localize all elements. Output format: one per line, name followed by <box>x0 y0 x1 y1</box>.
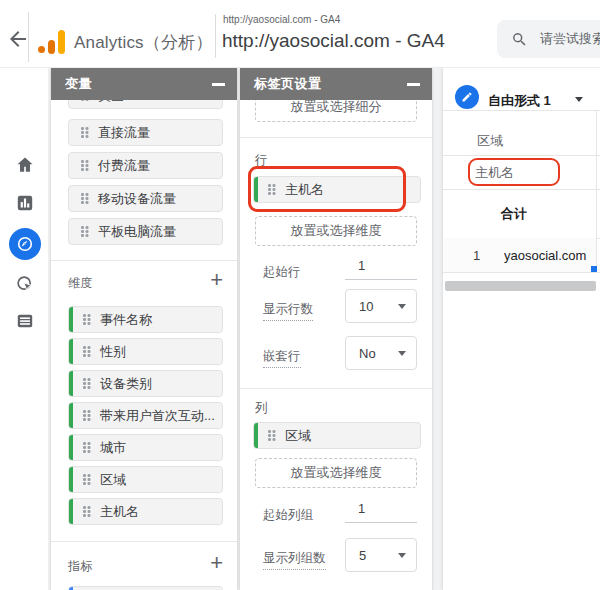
drag-handle-icon <box>83 506 90 517</box>
explore-icon[interactable] <box>9 228 41 260</box>
variables-panel-title: 变量 <box>65 75 92 93</box>
dimension-color-bar <box>254 423 258 448</box>
dimension-color-bar <box>69 435 73 460</box>
dimension-color-bar <box>69 499 73 524</box>
drag-handle-icon <box>83 442 90 453</box>
show-rows-label: 显示行数 <box>263 301 313 321</box>
rows-dimension-drop-zone[interactable]: 放置或选择维度 <box>255 216 417 246</box>
show-rows-select[interactable]: 10 <box>345 289 417 323</box>
drag-handle-icon <box>81 127 88 138</box>
segment-chip-partial[interactable]: 美国 <box>68 100 223 110</box>
rows-dimension-chip[interactable]: 主机名 <box>253 176 421 203</box>
home-icon[interactable] <box>12 152 38 178</box>
google-analytics-logo-icon <box>38 30 66 54</box>
column-dimension-header: 区域 <box>477 132 503 150</box>
drag-handle-icon <box>268 184 275 195</box>
reports-icon[interactable] <box>12 190 38 216</box>
workspace: 变量 美国 直接流量 付费流量 移动设备流量 <box>48 68 600 590</box>
report-panel: 自由形式 1 区域 主机名 合计 1 yaosocial.com <box>443 68 600 590</box>
dimension-chip[interactable]: 城市 <box>68 434 223 461</box>
totals-label: 合计 <box>501 205 527 223</box>
nested-rows-select[interactable]: No <box>345 336 417 370</box>
product-name: Analytics（分析） <box>74 31 213 54</box>
drag-handle-icon <box>268 430 275 441</box>
nav-rail <box>0 68 48 590</box>
variables-panel-header: 变量 <box>51 68 237 100</box>
variables-panel: 变量 美国 直接流量 付费流量 移动设备流量 <box>51 68 237 590</box>
dimension-color-bar <box>69 403 73 428</box>
segment-chip[interactable]: 付费流量 <box>68 152 223 179</box>
row-dimension-header: 主机名 <box>475 164 514 182</box>
drag-handle-icon <box>83 314 90 325</box>
drag-handle-icon <box>83 410 90 421</box>
table-row[interactable]: 1 yaosocial.com <box>443 238 596 272</box>
metric-chip-partial[interactable] <box>68 586 223 590</box>
edit-pencil-icon <box>455 85 479 109</box>
back-icon[interactable] <box>6 27 30 51</box>
show-columns-select[interactable]: 5 <box>345 538 417 572</box>
divider <box>240 137 432 138</box>
tab-label: 自由形式 1 <box>488 92 551 110</box>
start-row-label: 起始行 <box>263 264 301 281</box>
selection-corner-marker <box>591 266 597 272</box>
rows-section-label: 行 <box>255 152 268 169</box>
nested-rows-label: 嵌套行 <box>263 348 301 368</box>
minimize-icon[interactable] <box>407 83 420 86</box>
row-index: 1 <box>473 248 480 263</box>
divider <box>443 272 600 273</box>
search-input[interactable]: 请尝试搜索 <box>497 20 600 58</box>
chevron-down-icon <box>398 553 406 558</box>
library-icon[interactable] <box>12 308 38 334</box>
tab-settings-panel: 标签页设置 放置或选择细分 行 主机名 放置或选择维度 起始行 1 显示行数 1 <box>240 68 432 590</box>
property-switcher[interactable]: http://yaosocial.com - GA4 <box>222 30 445 52</box>
table-column-divider <box>596 110 597 272</box>
columns-section-label: 列 <box>255 400 268 417</box>
chevron-down-icon <box>575 97 583 102</box>
ga4-explore-screen: Analytics（分析） http://yaosocial.com - GA4… <box>0 0 600 590</box>
advertising-icon[interactable] <box>12 271 38 297</box>
drag-handle-icon <box>83 474 90 485</box>
drag-handle-icon <box>81 160 88 171</box>
dimension-color-bar <box>69 371 73 396</box>
dimension-chip[interactable]: 设备类别 <box>68 370 223 397</box>
metrics-section-header: 指标 + <box>68 556 223 576</box>
segment-chip[interactable]: 平板电脑流量 <box>68 218 223 245</box>
dimension-chip[interactable]: 带来用户首次互动... <box>68 402 223 429</box>
divider <box>443 155 600 156</box>
dimension-chip[interactable]: 事件名称 <box>68 306 223 333</box>
add-dimension-icon[interactable]: + <box>210 269 223 291</box>
dimension-color-bar <box>69 307 73 332</box>
dimension-color-bar <box>69 339 73 364</box>
header-divider <box>215 14 216 58</box>
columns-dimension-drop-zone[interactable]: 放置或选择维度 <box>255 458 417 488</box>
tab-freeform[interactable]: 自由形式 1 <box>443 68 600 110</box>
dimension-chip[interactable]: 主机名 <box>68 498 223 525</box>
tab-settings-panel-title: 标签页设置 <box>254 75 322 93</box>
chevron-down-icon <box>398 351 406 356</box>
divider <box>443 189 600 190</box>
segment-chip[interactable]: 移动设备流量 <box>68 185 223 212</box>
horizontal-scrollbar[interactable] <box>445 281 596 291</box>
drag-handle-icon <box>83 378 90 389</box>
add-metric-icon[interactable]: + <box>210 552 223 574</box>
dimension-chip[interactable]: 区域 <box>68 466 223 493</box>
start-row-input[interactable]: 1 <box>345 258 417 280</box>
dimension-color-bar <box>69 467 73 492</box>
show-columns-label: 显示列组数 <box>263 550 326 570</box>
start-column-input[interactable]: 1 <box>345 501 417 523</box>
segment-chip[interactable]: 直接流量 <box>68 119 223 146</box>
search-placeholder: 请尝试搜索 <box>540 30 600 48</box>
columns-dimension-chip[interactable]: 区域 <box>253 422 421 449</box>
drag-handle-icon <box>81 226 88 237</box>
search-icon <box>511 31 528 48</box>
dimension-chip[interactable]: 性别 <box>68 338 223 365</box>
dimension-color-bar <box>254 177 258 202</box>
divider <box>51 260 237 261</box>
row-value: yaosocial.com <box>504 248 586 263</box>
drag-handle-icon <box>81 193 88 204</box>
property-name-small: http://yaosocial.com - GA4 <box>223 14 340 25</box>
divider <box>51 541 237 542</box>
divider <box>240 388 432 389</box>
dimensions-section-header: 维度 + <box>68 273 223 293</box>
minimize-icon[interactable] <box>212 83 225 86</box>
